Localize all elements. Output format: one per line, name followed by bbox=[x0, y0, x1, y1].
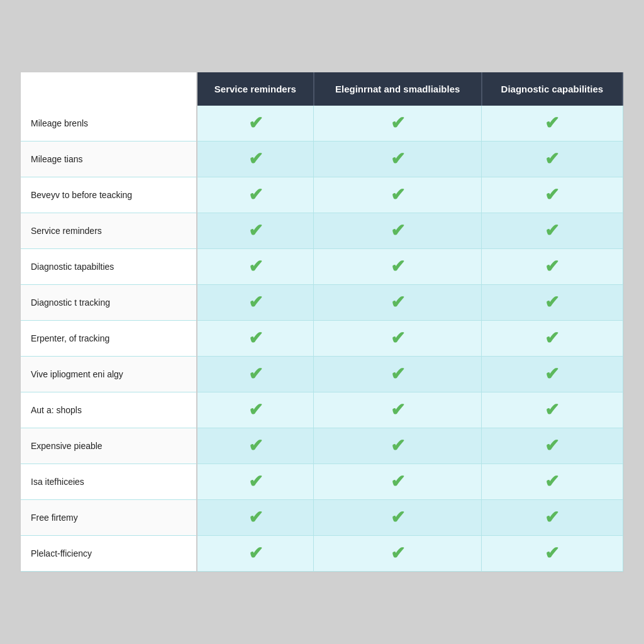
check-cell: ✔ bbox=[314, 357, 482, 392]
check-cell: ✔ bbox=[314, 321, 482, 357]
table-row: Expensive pieable✔✔✔ bbox=[21, 428, 623, 464]
check-cell: ✔ bbox=[197, 249, 314, 285]
check-cell: ✔ bbox=[197, 464, 314, 500]
checkmark-icon: ✔ bbox=[391, 186, 405, 204]
table-row: Diagnostic tapabilties✔✔✔ bbox=[21, 249, 623, 285]
check-cell: ✔ bbox=[482, 500, 623, 536]
check-cell: ✔ bbox=[314, 536, 482, 572]
table-row: Mileage tians✔✔✔ bbox=[21, 142, 623, 177]
table-row: Aut a: shopls✔✔✔ bbox=[21, 392, 623, 428]
check-cell: ✔ bbox=[314, 142, 482, 177]
check-cell: ✔ bbox=[482, 428, 623, 464]
checkmark-icon: ✔ bbox=[545, 365, 559, 383]
check-cell: ✔ bbox=[197, 106, 314, 142]
table-row: Mileage brenls✔✔✔ bbox=[21, 106, 623, 142]
row-label: Diagnostic tapabilties bbox=[21, 249, 197, 285]
check-cell: ✔ bbox=[197, 321, 314, 357]
table-row: Isa itefhiceies✔✔✔ bbox=[21, 464, 623, 500]
checkmark-icon: ✔ bbox=[248, 509, 263, 526]
check-cell: ✔ bbox=[197, 213, 314, 249]
row-label: Service reminders bbox=[21, 213, 197, 249]
checkmark-icon: ✔ bbox=[391, 222, 405, 240]
row-label: Beveyv to before teacking bbox=[21, 177, 197, 213]
row-label: Free firtemy bbox=[21, 500, 197, 536]
check-cell: ✔ bbox=[482, 321, 623, 357]
checkmark-icon: ✔ bbox=[391, 437, 405, 455]
check-cell: ✔ bbox=[482, 177, 623, 213]
check-cell: ✔ bbox=[482, 249, 623, 285]
checkmark-icon: ✔ bbox=[248, 473, 263, 491]
checkmark-icon: ✔ bbox=[391, 509, 405, 526]
check-cell: ✔ bbox=[197, 428, 314, 464]
checkmark-icon: ✔ bbox=[248, 114, 263, 132]
checkmark-icon: ✔ bbox=[545, 258, 559, 275]
checkmark-icon: ✔ bbox=[545, 473, 559, 491]
checkmark-icon: ✔ bbox=[248, 401, 263, 419]
checkmark-icon: ✔ bbox=[545, 330, 559, 347]
check-cell: ✔ bbox=[314, 177, 482, 213]
row-label: Vive ipliogment eni algy bbox=[21, 357, 197, 392]
checkmark-icon: ✔ bbox=[545, 222, 559, 240]
comparison-table: Service reminders Eleginrnat and smadlia… bbox=[20, 72, 624, 572]
checkmark-icon: ✔ bbox=[545, 150, 559, 168]
table-row: Free firtemy✔✔✔ bbox=[21, 500, 623, 536]
checkmark-icon: ✔ bbox=[545, 437, 559, 455]
check-cell: ✔ bbox=[197, 392, 314, 428]
check-cell: ✔ bbox=[314, 392, 482, 428]
checkmark-icon: ✔ bbox=[248, 222, 263, 240]
checkmark-icon: ✔ bbox=[248, 150, 263, 168]
table-row: Plelact-fficiency✔✔✔ bbox=[21, 536, 623, 572]
checkmark-icon: ✔ bbox=[391, 473, 405, 491]
row-label: Isa itefhiceies bbox=[21, 464, 197, 500]
check-cell: ✔ bbox=[314, 213, 482, 249]
check-cell: ✔ bbox=[314, 464, 482, 500]
check-cell: ✔ bbox=[197, 536, 314, 572]
checkmark-icon: ✔ bbox=[391, 114, 405, 132]
header-empty bbox=[21, 72, 197, 106]
checkmark-icon: ✔ bbox=[248, 330, 263, 347]
table-row: Diagnostic t tracking✔✔✔ bbox=[21, 285, 623, 321]
table-row: Service reminders✔✔✔ bbox=[21, 213, 623, 249]
checkmark-icon: ✔ bbox=[248, 186, 263, 204]
checkmark-icon: ✔ bbox=[248, 437, 263, 455]
check-cell: ✔ bbox=[197, 357, 314, 392]
checkmark-icon: ✔ bbox=[545, 186, 559, 204]
checkmark-icon: ✔ bbox=[391, 150, 405, 168]
check-cell: ✔ bbox=[314, 500, 482, 536]
checkmark-icon: ✔ bbox=[248, 294, 263, 311]
header-elegirnat: Eleginrnat and smadliaibles bbox=[314, 72, 482, 106]
checkmark-icon: ✔ bbox=[545, 401, 559, 419]
checkmark-icon: ✔ bbox=[545, 545, 559, 562]
row-label: Diagnostic t tracking bbox=[21, 285, 197, 321]
checkmark-icon: ✔ bbox=[545, 509, 559, 526]
check-cell: ✔ bbox=[314, 106, 482, 142]
check-cell: ✔ bbox=[482, 536, 623, 572]
check-cell: ✔ bbox=[482, 392, 623, 428]
checkmark-icon: ✔ bbox=[545, 114, 559, 132]
check-cell: ✔ bbox=[197, 142, 314, 177]
checkmark-icon: ✔ bbox=[391, 294, 405, 311]
checkmark-icon: ✔ bbox=[391, 365, 405, 383]
check-cell: ✔ bbox=[314, 249, 482, 285]
check-cell: ✔ bbox=[197, 285, 314, 321]
check-cell: ✔ bbox=[482, 213, 623, 249]
row-label: Aut a: shopls bbox=[21, 392, 197, 428]
row-label: Mileage brenls bbox=[21, 106, 197, 142]
check-cell: ✔ bbox=[197, 177, 314, 213]
check-cell: ✔ bbox=[314, 285, 482, 321]
checkmark-icon: ✔ bbox=[391, 545, 405, 562]
table-row: Erpenter, of tracking✔✔✔ bbox=[21, 321, 623, 357]
checkmark-icon: ✔ bbox=[248, 365, 263, 383]
check-cell: ✔ bbox=[197, 500, 314, 536]
header-diagnostic: Diagnostic capabilities bbox=[482, 72, 623, 106]
table-row: Vive ipliogment eni algy✔✔✔ bbox=[21, 357, 623, 392]
check-cell: ✔ bbox=[482, 142, 623, 177]
row-label: Mileage tians bbox=[21, 142, 197, 177]
row-label: Erpenter, of tracking bbox=[21, 321, 197, 357]
checkmark-icon: ✔ bbox=[248, 545, 263, 562]
table-row: Beveyv to before teacking✔✔✔ bbox=[21, 177, 623, 213]
row-label: Plelact-fficiency bbox=[21, 536, 197, 572]
checkmark-icon: ✔ bbox=[545, 294, 559, 311]
check-cell: ✔ bbox=[482, 285, 623, 321]
checkmark-icon: ✔ bbox=[391, 401, 405, 419]
